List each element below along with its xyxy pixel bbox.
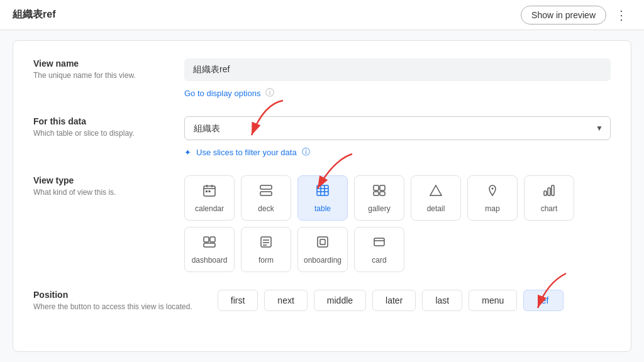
dashboard-label: dashboard	[192, 256, 228, 265]
for-this-data-section: For this data Which table or slice to di…	[33, 116, 611, 158]
view-name-input[interactable]	[184, 58, 611, 81]
position-grid: firstnextmiddlelaterlastmenuref	[218, 290, 611, 311]
svg-rect-31	[374, 238, 384, 246]
chart-icon	[542, 184, 556, 200]
view-name-section: View name The unique name for this view.…	[33, 58, 611, 99]
position-label-group: Position Where the button to access this…	[33, 290, 192, 311]
view-type-gallery[interactable]: gallery	[354, 175, 404, 221]
map-label: map	[485, 204, 499, 213]
svg-rect-22	[204, 237, 209, 242]
view-type-label: View type	[33, 175, 159, 185]
table-select[interactable]: 組織表	[184, 116, 611, 140]
position-ref[interactable]: ref	[523, 290, 564, 311]
svg-rect-15	[374, 192, 379, 195]
onboarding-icon	[316, 235, 330, 252]
calendar-icon	[203, 184, 216, 200]
view-type-label-group: View type What kind of view this is.	[33, 175, 159, 197]
goto-display-options-label: Go to display options	[184, 89, 260, 98]
position-menu[interactable]: menu	[469, 290, 517, 311]
view-name-content: Go to display options ⓘ	[184, 58, 611, 99]
onboarding-label: onboarding	[304, 256, 341, 265]
svg-rect-23	[210, 237, 215, 242]
view-name-desc: The unique name for this view.	[33, 71, 159, 80]
svg-rect-21	[552, 185, 554, 195]
gallery-icon	[372, 184, 386, 200]
view-type-onboarding[interactable]: onboarding	[297, 227, 348, 272]
view-type-section: View type What kind of view this is. cal…	[33, 175, 611, 272]
dashboard-icon	[203, 235, 216, 252]
slices-info-icon: ⓘ	[302, 146, 310, 158]
svg-rect-20	[548, 188, 550, 195]
use-slices-link[interactable]: ✦ Use slices to filter your data ⓘ	[184, 146, 611, 158]
svg-rect-29	[318, 237, 328, 247]
for-this-data-label-group: For this data Which table or slice to di…	[33, 116, 159, 138]
view-type-grid: calendardecktablegallerydetailmapchartda…	[184, 175, 611, 272]
view-type-desc: What kind of view this is.	[33, 188, 159, 197]
info-icon: ⓘ	[265, 87, 274, 99]
position-section: Position Where the button to access this…	[33, 290, 611, 311]
view-name-label: View name	[33, 58, 159, 69]
card-icon	[372, 235, 386, 252]
position-content: firstnextmiddlelaterlastmenuref	[218, 290, 611, 311]
table-select-wrapper: 組織表 ▼	[184, 116, 611, 140]
header: 組織表ref Show in preview ⋮	[0, 0, 644, 30]
for-this-data-label: For this data	[33, 116, 159, 126]
card-label: card	[372, 256, 386, 265]
calendar-label: calendar	[195, 204, 224, 213]
chart-label: chart	[541, 204, 558, 213]
svg-rect-19	[544, 191, 547, 195]
view-type-form[interactable]: form	[241, 227, 291, 272]
view-type-chart[interactable]: chart	[524, 175, 574, 221]
for-this-data-desc: Which table or slice to display.	[33, 129, 159, 138]
svg-rect-13	[374, 185, 379, 190]
deck-icon	[259, 184, 273, 200]
detail-label: detail	[427, 204, 445, 213]
for-this-data-content: 組織表 ▼ ✦ Use slices to filter your data ⓘ	[184, 116, 611, 158]
svg-point-18	[492, 187, 494, 189]
view-type-calendar[interactable]: calendar	[184, 175, 235, 221]
gallery-label: gallery	[368, 204, 390, 213]
view-type-deck[interactable]: deck	[241, 175, 291, 221]
show-preview-button[interactable]: Show in preview	[521, 6, 606, 25]
svg-rect-16	[380, 192, 385, 195]
table-label: table	[314, 204, 331, 213]
map-icon	[486, 184, 499, 200]
use-slices-label: Use slices to filter your data	[196, 148, 297, 157]
view-name-label-group: View name The unique name for this view.	[33, 58, 159, 80]
form-icon	[259, 235, 273, 252]
position-later[interactable]: later	[372, 290, 416, 311]
position-last[interactable]: last	[422, 290, 462, 311]
svg-rect-14	[380, 185, 385, 190]
position-middle[interactable]: middle	[314, 290, 366, 311]
page-title: 組織表ref	[13, 8, 55, 21]
svg-rect-5	[209, 190, 211, 192]
svg-rect-24	[204, 243, 215, 247]
header-actions: Show in preview ⋮	[521, 5, 631, 25]
svg-rect-8	[317, 185, 328, 195]
view-type-card[interactable]: card	[354, 227, 404, 272]
position-next[interactable]: next	[264, 290, 307, 311]
more-options-button[interactable]: ⋮	[611, 5, 631, 25]
svg-marker-17	[430, 185, 441, 195]
table-icon	[316, 184, 330, 200]
view-type-detail[interactable]: detail	[411, 175, 461, 221]
position-first[interactable]: first	[218, 290, 258, 311]
view-type-table[interactable]: table	[297, 175, 348, 221]
goto-display-options-link[interactable]: Go to display options ⓘ	[184, 87, 611, 99]
detail-icon	[429, 184, 443, 200]
sparkle-icon: ✦	[184, 148, 191, 157]
position-desc: Where the button to access this view is …	[33, 302, 192, 311]
svg-rect-4	[206, 190, 208, 192]
view-type-content: calendardecktablegallerydetailmapchartda…	[184, 175, 611, 272]
svg-rect-6	[260, 185, 272, 189]
deck-label: deck	[258, 204, 274, 213]
form-label: form	[258, 256, 274, 265]
position-label: Position	[33, 290, 192, 300]
view-type-dashboard[interactable]: dashboard	[184, 227, 235, 272]
view-type-map[interactable]: map	[467, 175, 518, 221]
svg-rect-30	[320, 239, 325, 244]
svg-rect-7	[260, 192, 272, 195]
main-content: View name The unique name for this view.…	[13, 40, 631, 352]
